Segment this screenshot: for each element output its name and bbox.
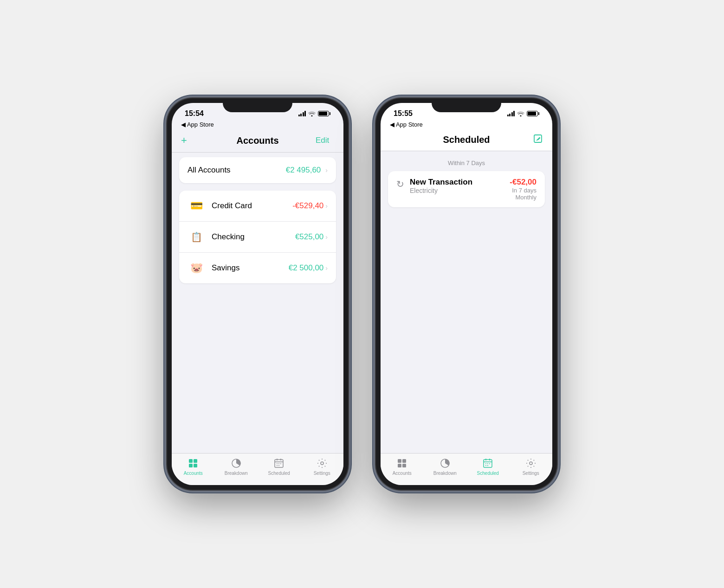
svg-point-30: [530, 462, 532, 465]
notch: [223, 98, 292, 112]
svg-rect-1: [194, 459, 197, 463]
savings-icon: 🐷: [187, 259, 205, 277]
settings-tab-icon: [316, 457, 328, 469]
compose-button[interactable]: [533, 134, 543, 146]
settings2-tab-icon: [525, 457, 537, 469]
transaction-row[interactable]: ↻ New Transaction Electricity -€52,00 In…: [388, 171, 545, 207]
tab-settings[interactable]: Settings: [301, 457, 344, 476]
savings-amount: €2 500,00: [289, 263, 324, 273]
transaction-days: In 7 days: [510, 187, 537, 194]
breakdown2-tab-icon: [439, 457, 451, 469]
account-row-savings[interactable]: 🐷 Savings €2 500,00 ›: [179, 253, 336, 283]
refresh-icon: ↻: [396, 179, 404, 190]
nav-bar-scheduled: Scheduled: [381, 131, 552, 151]
chevron-icon: ›: [325, 166, 328, 174]
tab-breakdown[interactable]: Breakdown: [215, 457, 258, 476]
checking-icon: 📋: [187, 228, 205, 246]
wifi-icon-2: [517, 111, 524, 116]
account-row-credit-card[interactable]: 💳 Credit Card -€529,40 ›: [179, 191, 336, 222]
breakdown-tab-icon: [230, 457, 242, 469]
transaction-sub: Electricity: [410, 187, 472, 194]
wifi-icon: [308, 111, 316, 116]
tab-accounts[interactable]: Accounts: [172, 457, 215, 476]
add-button[interactable]: +: [181, 134, 200, 147]
svg-rect-3: [194, 464, 197, 467]
scheduled-tab-label: Scheduled: [268, 471, 290, 476]
transaction-right: -€52,00 In 7 days Monthly: [510, 178, 537, 201]
chevron-icon: ›: [325, 264, 328, 272]
svg-rect-2: [189, 464, 193, 467]
accounts2-tab-label: Accounts: [393, 471, 412, 476]
scheduled2-tab-label: Scheduled: [477, 471, 499, 476]
accounts-tab-label: Accounts: [184, 471, 203, 476]
transaction-left: ↻ New Transaction Electricity: [396, 178, 472, 194]
tab2-accounts[interactable]: Accounts: [381, 457, 424, 476]
checking-amount: €525,00: [295, 232, 323, 242]
scheduled-tab-icon: [273, 457, 285, 469]
section-header: Within 7 Days: [388, 156, 545, 171]
status-icons: [298, 111, 331, 116]
svg-rect-16: [398, 459, 401, 463]
screen-scheduled: 15:55 ◀: [381, 103, 552, 485]
credit-card-amount: -€529,40: [292, 201, 323, 211]
tab2-scheduled[interactable]: Scheduled: [466, 457, 510, 476]
content-area-scheduled: Within 7 Days ↻ New Transaction Electric…: [381, 151, 552, 454]
app-store-back-2[interactable]: ◀ App Store: [381, 121, 552, 131]
transaction-frequency: Monthly: [510, 194, 537, 201]
svg-point-14: [321, 462, 323, 465]
settings2-tab-label: Settings: [523, 471, 539, 476]
breakdown2-tab-label: Breakdown: [433, 471, 457, 476]
tab-bar-2: Accounts Breakdown: [381, 453, 552, 485]
screen-accounts: 15:54 ◀: [172, 103, 343, 485]
phones-container: 15:54 ◀: [167, 98, 557, 490]
svg-rect-19: [402, 464, 406, 467]
accounts-tab-icon: [187, 457, 199, 469]
tab2-breakdown[interactable]: Breakdown: [424, 457, 467, 476]
all-accounts-label: All Accounts: [187, 166, 231, 175]
time-2: 15:55: [394, 109, 413, 118]
svg-rect-18: [398, 464, 401, 467]
app-store-back[interactable]: ◀ App Store: [172, 121, 343, 131]
signal-bars-icon: [298, 111, 306, 116]
svg-rect-0: [189, 459, 193, 463]
phone-scheduled: 15:55 ◀: [376, 98, 557, 490]
page-title-scheduled: Scheduled: [443, 134, 490, 145]
transaction-info: New Transaction Electricity: [410, 178, 472, 194]
settings-tab-label: Settings: [314, 471, 330, 476]
breakdown-tab-label: Breakdown: [225, 471, 248, 476]
transaction-amount: -€52,00: [510, 178, 537, 187]
chevron-icon: ›: [325, 233, 328, 241]
checking-name: Checking: [212, 232, 295, 242]
chevron-icon: ›: [325, 202, 328, 210]
signal-bars-icon-2: [507, 111, 515, 116]
battery-icon-2: [527, 111, 539, 116]
notch-2: [432, 98, 501, 112]
edit-button[interactable]: Edit: [316, 136, 334, 145]
savings-name: Savings: [212, 263, 289, 273]
transaction-name: New Transaction: [410, 178, 472, 187]
all-accounts-amount: €2 495,60 ›: [286, 166, 328, 175]
tab-scheduled[interactable]: Scheduled: [258, 457, 301, 476]
all-accounts-card[interactable]: All Accounts €2 495,60 ›: [179, 157, 336, 183]
tab2-settings[interactable]: Settings: [510, 457, 553, 476]
page-title: Accounts: [236, 135, 278, 146]
status-icons-2: [507, 111, 540, 116]
account-row-checking[interactable]: 📋 Checking €525,00 ›: [179, 222, 336, 253]
time: 15:54: [185, 109, 204, 118]
tab-bar: Accounts Breakdown: [172, 453, 343, 485]
phone-accounts: 15:54 ◀: [167, 98, 348, 490]
svg-rect-17: [402, 459, 406, 463]
accounts-list: 💳 Credit Card -€529,40 › 📋 Checking €525…: [179, 191, 336, 283]
accounts2-tab-icon: [396, 457, 408, 469]
scheduled2-tab-icon: [482, 457, 494, 469]
credit-card-name: Credit Card: [212, 201, 292, 211]
credit-card-icon: 💳: [187, 197, 205, 215]
battery-icon: [318, 111, 330, 116]
nav-bar: + Accounts Edit: [172, 131, 343, 152]
content-area: All Accounts €2 495,60 › 💳 Credit Card -…: [172, 153, 343, 454]
